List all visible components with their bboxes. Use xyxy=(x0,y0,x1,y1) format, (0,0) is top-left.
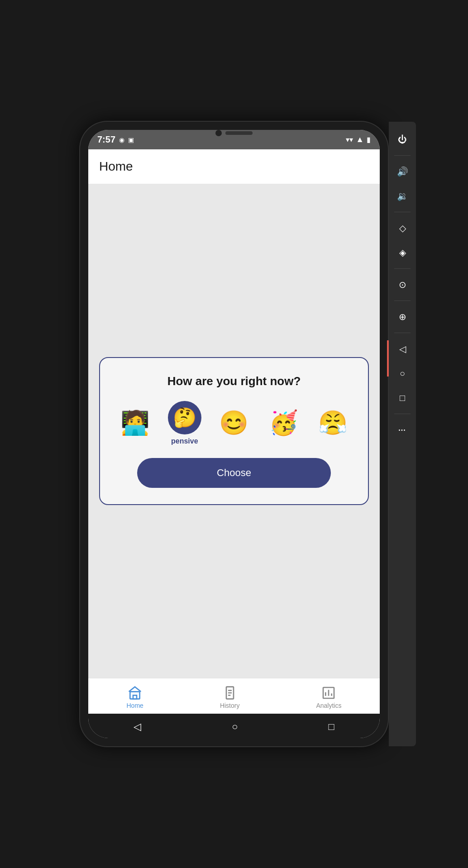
sidebar-controls: ⏻ 🔊 🔉 ◇ ◈ ⊙ ⊕ ◁ ○ □ ••• xyxy=(389,122,416,746)
more-btn[interactable]: ••• xyxy=(392,420,413,440)
status-time: 7:57 xyxy=(97,134,115,145)
divider-3 xyxy=(394,268,411,269)
back-nav-btn[interactable]: ◁ xyxy=(392,339,413,359)
divider-2 xyxy=(394,212,411,212)
battery-icon: ▮ xyxy=(367,135,371,144)
emoji-coding: 🧑‍💻 xyxy=(119,406,152,440)
mood-question: How are you right now? xyxy=(167,374,301,388)
emoji-pensive-circle: 🤔 xyxy=(168,401,201,434)
emoji-pensive-label: pensive xyxy=(171,437,198,445)
nav-item-home[interactable]: Home xyxy=(127,686,143,709)
vol-down-btn[interactable]: 🔉 xyxy=(392,186,413,206)
status-icon-media: ▣ xyxy=(128,136,134,143)
vol-up-btn[interactable]: 🔊 xyxy=(392,161,413,182)
emoji-row: 🧑‍💻 🤔 pensive 😊 xyxy=(113,401,355,445)
nav-label-analytics: Analytics xyxy=(316,702,341,709)
mood-card: How are you right now? 🧑‍💻 🤔 pensive xyxy=(99,357,369,505)
android-nav: ◁ ○ □ xyxy=(88,714,380,738)
main-content: How are you right now? 🧑‍💻 🤔 pensive xyxy=(88,184,380,678)
nav-label-history: History xyxy=(220,702,240,709)
power-btn[interactable]: ⏻ xyxy=(392,129,413,150)
emoji-item-coding[interactable]: 🧑‍💻 xyxy=(119,406,152,440)
history-icon xyxy=(223,686,237,700)
emoji-item-pensive[interactable]: 🤔 pensive xyxy=(168,401,201,445)
status-right: ▾▾ ▲ ▮ xyxy=(346,135,371,144)
nav-label-home: Home xyxy=(127,702,143,709)
home-nav-btn[interactable]: ○ xyxy=(392,363,413,384)
status-left: 7:57 ◉ ▣ xyxy=(97,134,134,145)
svg-rect-1 xyxy=(133,695,137,699)
app-title: Home xyxy=(99,159,133,173)
emoji-smile: 😊 xyxy=(217,406,251,440)
wifi-icon: ▾▾ xyxy=(346,135,353,144)
rotate1-btn[interactable]: ◇ xyxy=(392,218,413,238)
bottom-nav: Home History xyxy=(88,678,380,714)
square-nav-btn[interactable]: □ xyxy=(392,387,413,408)
divider-1 xyxy=(394,155,411,156)
phone-notch xyxy=(215,130,253,136)
phone-frame: 7:57 ◉ ▣ ▾▾ ▲ ▮ Home How are you right n… xyxy=(80,122,388,746)
emoji-item-party[interactable]: 🥳 xyxy=(267,406,300,440)
emoji-item-smile[interactable]: 😊 xyxy=(217,406,251,440)
divider-4 xyxy=(394,300,411,301)
emoji-party: 🥳 xyxy=(267,406,300,440)
emoji-angry: 😤 xyxy=(316,406,349,440)
analytics-icon xyxy=(321,686,336,700)
app-bar: Home xyxy=(88,149,380,184)
camera-btn[interactable]: ⊙ xyxy=(392,274,413,295)
emoji-pensive: 🤔 xyxy=(173,406,196,429)
camera-lens xyxy=(215,130,222,136)
emoji-item-angry[interactable]: 😤 xyxy=(316,406,349,440)
android-home-btn[interactable]: ○ xyxy=(232,721,238,733)
signal-icon: ▲ xyxy=(356,135,364,144)
divider-6 xyxy=(394,414,411,414)
speaker xyxy=(225,131,253,135)
divider-5 xyxy=(394,333,411,333)
nav-item-analytics[interactable]: Analytics xyxy=(316,686,341,709)
status-icon-circle: ◉ xyxy=(119,136,124,143)
nav-item-history[interactable]: History xyxy=(220,686,240,709)
zoom-btn[interactable]: ⊕ xyxy=(392,306,413,327)
home-icon xyxy=(128,686,142,700)
android-back-btn[interactable]: ◁ xyxy=(134,721,141,733)
phone-screen: 7:57 ◉ ▣ ▾▾ ▲ ▮ Home How are you right n… xyxy=(88,130,380,738)
android-recent-btn[interactable]: □ xyxy=(329,721,334,733)
choose-button[interactable]: Choose xyxy=(137,458,331,488)
rotate2-btn[interactable]: ◈ xyxy=(392,242,413,263)
